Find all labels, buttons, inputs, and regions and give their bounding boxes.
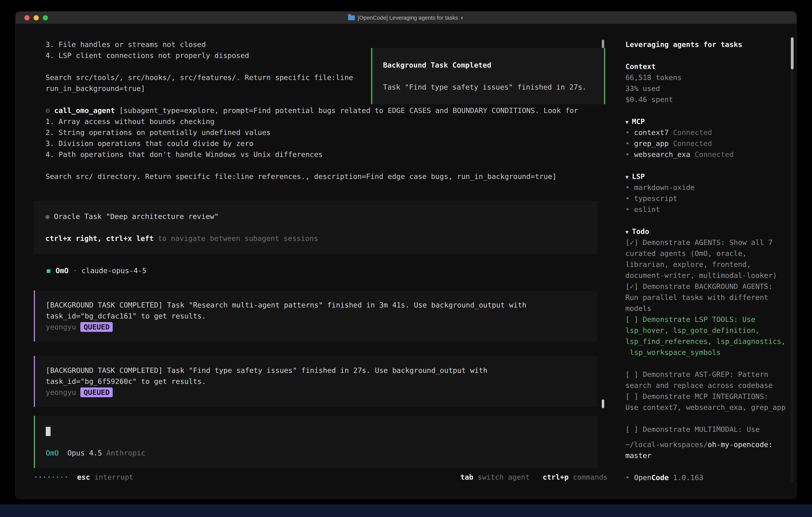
text-segment: grep_app xyxy=(634,139,669,147)
text-segment: context7 xyxy=(634,128,669,137)
chat-area: 3. File handles or streams not closed4. … xyxy=(16,24,617,498)
text-segment: 33% used xyxy=(626,84,660,92)
text-segment: yeongyu xyxy=(46,323,80,331)
text-line: Leveraging agents for tasks xyxy=(626,39,796,50)
text-segment: 1. Array access without bounds checking xyxy=(46,117,214,126)
scrollbar-thumb[interactable] xyxy=(602,400,604,408)
sidebar-scrollbar-track xyxy=(791,36,793,482)
text-line: • eslint xyxy=(626,204,796,215)
window-titlebar: [OpenCode] Leveraging agents for tasks ◐ xyxy=(16,11,796,24)
sidebar-scrollbar-thumb[interactable] xyxy=(791,37,793,70)
text-line: Run parallel tasks with different xyxy=(626,292,796,303)
text-segment: task_id="bg_dcfac161" to get results. xyxy=(46,312,206,320)
text-cursor xyxy=(46,427,51,436)
text-line xyxy=(626,461,796,472)
text-segment: Opus 4.5 xyxy=(67,449,102,457)
text-line: yeongyu QUEUED xyxy=(46,322,587,332)
text-segment: Connected xyxy=(669,139,712,147)
text-line: yeongyu QUEUED xyxy=(46,387,587,398)
folder-icon xyxy=(348,16,355,20)
text-segment: MCP xyxy=(632,117,645,126)
text-line: lsp_workspace_symbols xyxy=(626,347,796,358)
text-line: search and replace across codebase xyxy=(626,380,796,391)
text-line: Context xyxy=(626,61,796,72)
text-segment: Context xyxy=(626,62,656,71)
text-line xyxy=(46,222,586,233)
text-line: [✓] Demonstrate AGENTS: Show all 7 xyxy=(626,237,796,248)
text-line: • markdown-oxide xyxy=(626,182,796,193)
agent-icon xyxy=(46,268,52,274)
text-line: librarian, explore, frontend, xyxy=(626,259,796,270)
text-line: • context7 Connected xyxy=(626,127,796,138)
text-segment: commands xyxy=(569,473,608,481)
text-line: Use context7, websearch_exa, grep_app xyxy=(626,402,796,413)
text-segment: Use context7, websearch_exa, grep_app xyxy=(626,403,786,411)
text-segment: markdown-oxide xyxy=(634,183,695,192)
text-line xyxy=(46,436,587,447)
text-segment: • xyxy=(626,183,634,192)
text-line: lsp_find_references, lsp_diagnostics, xyxy=(626,336,796,347)
text-line: tab switch agent ctrl+p commands xyxy=(460,472,608,483)
text-line: Search src/ directory. Return specific f… xyxy=(46,171,617,182)
text-segment: $0.46 spent xyxy=(626,96,673,104)
text-segment: Code xyxy=(651,473,669,482)
text-line: master xyxy=(626,450,796,461)
text-segment: [ ] Demonstrate AST-GREP: Pattern xyxy=(626,370,768,378)
text-segment: Open xyxy=(634,473,651,482)
spinner-dots: ········ xyxy=(34,473,68,481)
text-line: curated agents (OmO, oracle, xyxy=(626,248,796,259)
text-segment: OmO xyxy=(46,449,59,457)
text-segment: [subagent_type=explore, prompt=Find pote… xyxy=(115,106,578,114)
text-line: [ ] Demonstrate AST-GREP: Pattern xyxy=(626,369,796,380)
text-segment: [ ] Demonstrate LSP TOOLS: Use xyxy=(626,315,755,324)
text-line: document-writer, multimodal-looker) xyxy=(626,270,796,281)
text-segment: ⚙ xyxy=(46,106,54,114)
text-segment: document-writer, multimodal-looker) xyxy=(626,271,777,279)
text-segment xyxy=(530,473,543,481)
text-line: 4. Path operations that don't handle Win… xyxy=(46,149,617,160)
text-line: [BACKGROUND TASK COMPLETED] Task "Resear… xyxy=(46,299,587,310)
text-line: • grep_app Connected xyxy=(626,138,796,149)
oracle-task-panel[interactable]: ◉ Oracle Task "Deep architecture review"… xyxy=(34,201,598,254)
text-line: lsp_hover, lsp_goto_definition, xyxy=(626,325,796,336)
loading-icon: ◐ xyxy=(461,15,464,21)
text-segment: lsp_workspace_symbols xyxy=(626,348,721,356)
text-segment: interrupt xyxy=(90,473,134,481)
text-segment: to navigate between subagent sessions xyxy=(154,234,318,243)
status-right-hints: tab switch agent ctrl+p commands xyxy=(460,472,608,483)
text-segment: 2. String operations on potentially unde… xyxy=(46,128,271,137)
text-line: 3. Division operations that could divide… xyxy=(46,138,617,149)
text-line: • typescript xyxy=(626,193,796,204)
terminal-window: [OpenCode] Leveraging agents for tasks ◐… xyxy=(16,11,796,498)
text-segment: tab xyxy=(460,473,473,481)
text-line: • OpenCode 1.0.163 xyxy=(626,472,796,483)
text-segment: • xyxy=(626,194,634,202)
text-segment: 66,518 tokens xyxy=(626,73,682,82)
text-segment: task_id="bg_6f59260c" to get results. xyxy=(46,377,206,385)
message-background-task-1: [BACKGROUND TASK COMPLETED] Task "Resear… xyxy=(34,291,598,342)
text-line: Background Task Completed xyxy=(383,60,593,71)
text-segment: master xyxy=(626,452,651,460)
zoom-window-button[interactable] xyxy=(43,15,48,20)
text-segment: ▼ xyxy=(626,174,632,180)
text-line: [BACKGROUND TASK COMPLETED] Task "Find t… xyxy=(46,365,587,376)
text-segment: ▼ xyxy=(626,229,632,235)
minimize-window-button[interactable] xyxy=(34,15,39,20)
text-line: ctrl+x right, ctrl+x left to navigate be… xyxy=(46,233,586,244)
text-segment: 3. File handles or streams not closed xyxy=(46,40,206,49)
text-line: 1. Array access without bounds checking xyxy=(46,116,617,127)
text-segment xyxy=(59,449,67,457)
text-segment: ▼ xyxy=(626,119,632,125)
close-window-button[interactable] xyxy=(24,15,30,20)
prompt-input[interactable]: OmO Opus 4.5 Anthropic xyxy=(34,416,598,468)
text-line xyxy=(46,426,587,436)
text-line: • websearch_exa Connected xyxy=(626,149,796,160)
text-segment: search and replace across codebase xyxy=(626,381,773,389)
window-content: 3. File handles or streams not closed4. … xyxy=(16,24,796,498)
text-segment: Leveraging agents for tasks xyxy=(626,40,742,49)
text-segment: LSP xyxy=(632,172,645,181)
window-title: [OpenCode] Leveraging agents for tasks ◐ xyxy=(16,15,796,21)
text-segment: yeongyu xyxy=(46,388,80,397)
text-segment: models xyxy=(626,304,651,312)
text-segment: Search src/ directory. Return specific f… xyxy=(46,172,557,181)
